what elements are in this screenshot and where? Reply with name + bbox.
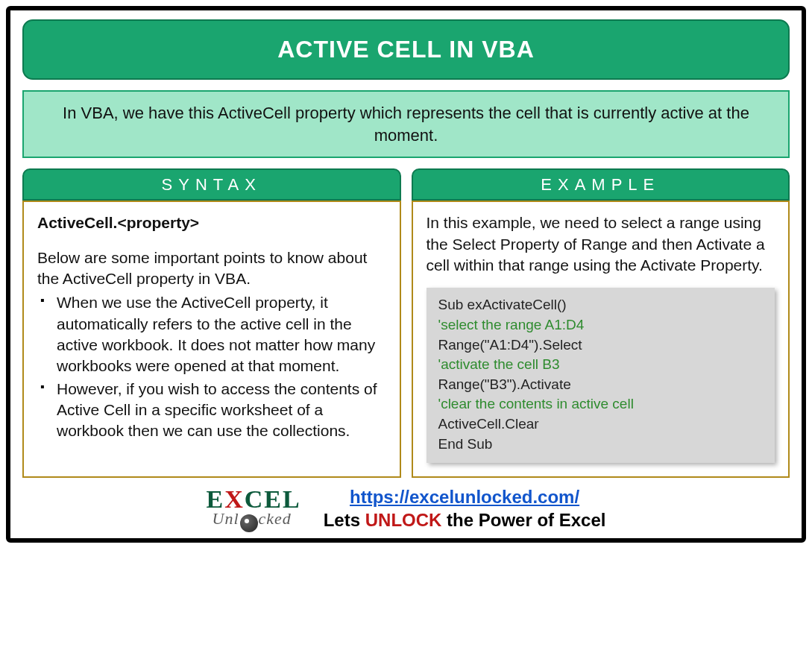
code-comment: 'select the range A1:D4	[438, 315, 764, 335]
code-line: Range("A1:D4").Select	[438, 335, 764, 356]
example-tab: EXAMPLE	[412, 168, 790, 201]
list-item: When we use the ActiveCell property, it …	[57, 292, 386, 376]
intro-banner: In VBA, we have this ActiveCell property…	[22, 90, 790, 158]
list-item: However, if you wish to access the conte…	[57, 379, 386, 442]
code-line: Sub exActivateCell()	[438, 295, 764, 315]
footer: EXCEL Unlcked https://excelunlocked.com/…	[22, 485, 790, 531]
key-icon	[240, 514, 258, 532]
example-panel: In this example, we need to select a ran…	[412, 201, 790, 478]
footer-link[interactable]: https://excelunlocked.com/	[350, 487, 579, 507]
syntax-tab: SYNTAX	[22, 168, 401, 201]
syntax-column: SYNTAX ActiveCell.<property> Below are s…	[22, 168, 401, 478]
page-title: ACTIVE CELL IN VBA	[31, 36, 781, 63]
tagline-accent: UNLOCK	[365, 510, 442, 530]
logo-top-row: EXCEL	[207, 488, 301, 511]
logo-text: cked	[259, 509, 292, 528]
tagline-suffix: the Power of Excel	[441, 510, 605, 530]
code-block: Sub exActivateCell() 'select the range A…	[427, 288, 775, 463]
excel-unlocked-logo: EXCEL Unlcked	[207, 488, 301, 529]
title-bar: ACTIVE CELL IN VBA	[22, 19, 790, 80]
logo-text: Unl	[213, 509, 239, 528]
syntax-panel: ActiveCell.<property> Below are some imp…	[22, 201, 401, 478]
code-line: ActiveCell.Clear	[438, 414, 764, 435]
code-comment: 'clear the contents in active cell	[438, 394, 764, 414]
logo-bottom-row: Unlcked	[213, 511, 292, 529]
document-frame: ACTIVE CELL IN VBA In VBA, we have this …	[6, 6, 806, 543]
code-line: Range("B3").Activate	[438, 375, 764, 395]
code-comment: 'activate the cell B3	[438, 355, 764, 375]
footer-text: https://excelunlocked.com/ Lets UNLOCK t…	[324, 485, 606, 531]
columns: SYNTAX ActiveCell.<property> Below are s…	[22, 168, 790, 478]
code-line: End Sub	[438, 435, 764, 455]
syntax-heading: ActiveCell.<property>	[37, 214, 199, 231]
example-column: EXAMPLE In this example, we need to sele…	[412, 168, 790, 478]
syntax-lead: Below are some important points to know …	[37, 247, 386, 290]
tagline-prefix: Lets	[324, 510, 365, 530]
syntax-points: When we use the ActiveCell property, it …	[37, 292, 386, 441]
example-lead: In this example, we need to select a ran…	[427, 212, 775, 276]
